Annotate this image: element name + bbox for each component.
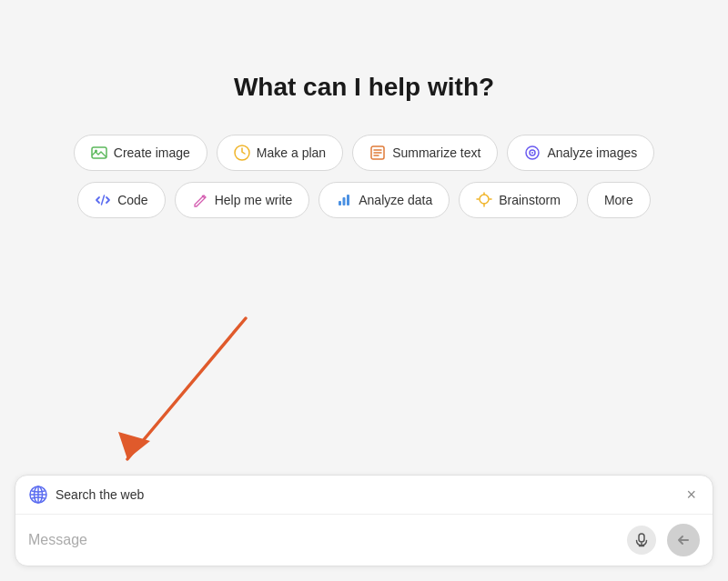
make-a-plan-chip[interactable]: Make a plan [217, 135, 343, 171]
search-web-text: Search the web [56, 487, 675, 502]
summarize-text-icon [369, 145, 386, 161]
svg-line-10 [102, 195, 105, 205]
analyze-data-label: Analyze data [359, 193, 432, 207]
svg-point-15 [480, 195, 489, 204]
globe-icon [28, 485, 48, 505]
analyze-images-label: Analyze images [547, 145, 637, 160]
create-image-label: Create image [114, 145, 190, 160]
analyze-data-chip[interactable]: Analyze data [318, 182, 450, 218]
brainstorm-chip[interactable]: Brainstorm [459, 182, 578, 218]
brainstorm-icon [476, 192, 492, 208]
create-image-chip[interactable]: Create image [74, 135, 207, 171]
send-button[interactable] [667, 524, 700, 556]
code-label: Code [117, 193, 147, 207]
svg-rect-14 [347, 195, 349, 205]
bottom-area: Search the web × [0, 464, 728, 581]
summarize-text-chip[interactable]: Summarize text [352, 135, 498, 171]
mic-button[interactable] [627, 526, 656, 555]
search-web-bar: Search the web × [15, 475, 713, 566]
analyze-images-chip[interactable]: Analyze images [507, 135, 654, 171]
chips-container: Create image Make a plan Summarize text … [0, 135, 728, 218]
code-icon [95, 192, 111, 208]
make-a-plan-label: Make a plan [257, 145, 326, 160]
create-image-icon [91, 145, 107, 161]
more-label: More [604, 193, 633, 207]
code-chip[interactable]: Code [77, 182, 165, 218]
message-input[interactable] [28, 532, 620, 548]
svg-point-9 [531, 152, 533, 154]
analyze-data-icon [336, 192, 352, 208]
help-me-write-label: Help me write [215, 193, 293, 207]
analyze-images-icon [524, 145, 541, 161]
message-row [15, 515, 713, 566]
chips-row-1: Create image Make a plan Summarize text … [74, 135, 654, 171]
more-chip[interactable]: More [587, 182, 651, 218]
svg-rect-13 [343, 197, 346, 205]
page-title: What can I help with? [234, 73, 494, 102]
brainstorm-label: Brainstorm [499, 193, 561, 207]
svg-rect-12 [339, 201, 341, 205]
help-me-write-icon [192, 192, 208, 208]
search-web-label-row: Search the web × [15, 476, 713, 515]
summarize-text-label: Summarize text [392, 145, 480, 160]
make-a-plan-icon [234, 145, 250, 161]
svg-rect-26 [639, 534, 644, 542]
close-search-web-button[interactable]: × [682, 485, 700, 505]
chips-row-2: Code Help me write Analyze data Brainsto… [77, 182, 651, 218]
help-me-write-chip[interactable]: Help me write [175, 182, 310, 218]
